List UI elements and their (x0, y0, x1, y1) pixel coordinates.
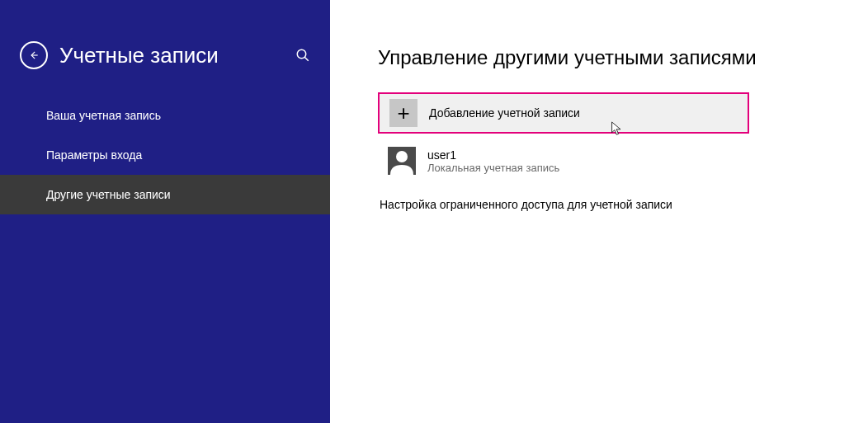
svg-point-1 (297, 49, 306, 59)
sidebar-nav: Ваша учетная запись Параметры входа Друг… (0, 96, 330, 214)
avatar (388, 147, 416, 175)
search-icon[interactable] (295, 48, 310, 63)
user-type: Локальная учетная запись (427, 162, 559, 174)
sidebar: Учетные записи Ваша учетная запись Парам… (0, 0, 330, 423)
back-button[interactable] (20, 41, 48, 69)
page-title: Управление другими учетными записями (378, 46, 868, 69)
svg-point-3 (396, 151, 408, 162)
sidebar-item-signin-options[interactable]: Параметры входа (0, 135, 330, 175)
add-account-label: Добавление учетной записи (429, 106, 580, 120)
sidebar-header-left: Учетные записи (20, 41, 219, 69)
add-account-button[interactable]: + Добавление учетной записи (378, 92, 749, 134)
sidebar-title: Учетные записи (59, 43, 219, 68)
main-panel: Управление другими учетными записями + Д… (330, 0, 868, 423)
sidebar-item-your-account[interactable]: Ваша учетная запись (0, 96, 330, 135)
plus-icon: + (389, 99, 417, 127)
avatar-icon (388, 147, 416, 175)
restricted-access-link[interactable]: Настройка ограниченного доступа для учет… (378, 198, 868, 211)
user-name: user1 (427, 148, 559, 162)
user-row[interactable]: user1 Локальная учетная запись (378, 134, 749, 175)
svg-line-2 (304, 57, 309, 61)
back-arrow-icon (28, 49, 40, 61)
user-text: user1 Локальная учетная запись (427, 148, 559, 174)
sidebar-header: Учетные записи (0, 41, 330, 96)
sidebar-item-other-accounts[interactable]: Другие учетные записи (0, 175, 330, 214)
